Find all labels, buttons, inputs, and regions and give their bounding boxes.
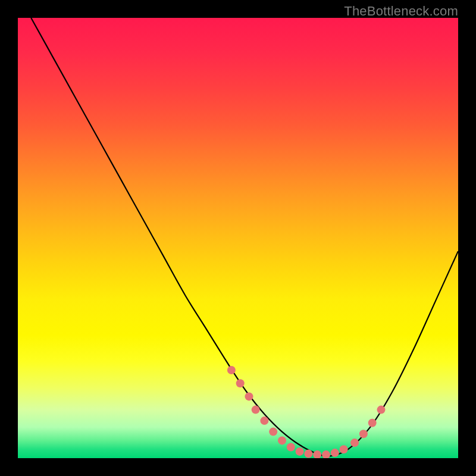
optimal-dot xyxy=(322,450,330,458)
optimal-dot xyxy=(350,439,359,447)
optimal-dot xyxy=(278,436,286,444)
chart-frame: TheBottleneck.com xyxy=(0,0,476,476)
optimal-dot xyxy=(236,379,245,387)
plot-area xyxy=(18,18,458,458)
curve-layer xyxy=(18,18,458,458)
optimal-dot xyxy=(296,447,304,456)
optimal-dot xyxy=(260,416,268,425)
attribution-text: TheBottleneck.com xyxy=(344,4,458,19)
optimal-dot xyxy=(269,428,277,436)
optimal-dot xyxy=(368,419,377,427)
optimal-dot xyxy=(304,450,312,458)
optimal-dot xyxy=(340,445,348,453)
bottleneck-curve xyxy=(31,18,458,456)
optimal-dot xyxy=(331,449,339,457)
optimal-dot xyxy=(252,406,260,414)
optimal-dot xyxy=(377,406,386,414)
optimal-dot xyxy=(245,392,253,400)
dots-layer xyxy=(18,18,458,458)
optimal-zone-dots xyxy=(227,366,386,458)
optimal-dot xyxy=(359,430,368,438)
optimal-dot xyxy=(227,366,236,374)
optimal-dot xyxy=(313,450,321,458)
optimal-dot xyxy=(287,443,295,452)
